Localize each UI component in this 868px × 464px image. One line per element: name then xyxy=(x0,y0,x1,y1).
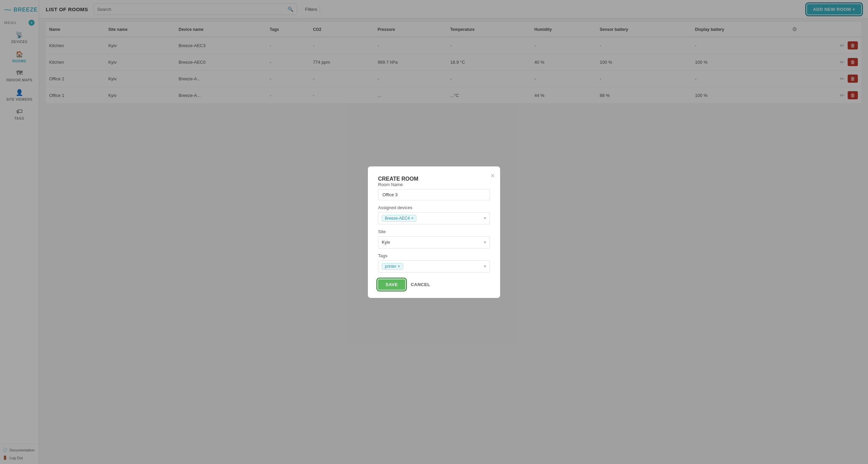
device-chip: Breeze-AEC4 × xyxy=(382,215,416,222)
tags-chevron: ▾ xyxy=(484,264,486,269)
device-chip-label: Breeze-AEC4 xyxy=(385,216,410,221)
site-chevron: ▾ xyxy=(484,240,486,245)
create-room-modal: CREATE ROOM × Room Name Assigned devices… xyxy=(368,166,500,298)
site-value: Kyiv xyxy=(382,240,390,245)
device-chip-remove[interactable]: × xyxy=(411,216,413,221)
tag-chip-remove[interactable]: × xyxy=(398,264,400,269)
room-name-field: Room Name xyxy=(378,182,490,200)
room-name-label: Room Name xyxy=(378,182,490,187)
tags-field: Tags printer × ▾ xyxy=(378,253,490,273)
assigned-devices-chevron: ▾ xyxy=(484,216,486,221)
modal-close-button[interactable]: × xyxy=(491,172,495,180)
save-button[interactable]: SAVE xyxy=(378,279,405,290)
tag-chip-label: printer xyxy=(385,264,396,269)
modal-overlay: CREATE ROOM × Room Name Assigned devices… xyxy=(0,0,868,464)
cancel-button[interactable]: CANCEL xyxy=(411,282,430,287)
site-label: Site xyxy=(378,229,490,234)
site-select[interactable]: Kyiv ▾ xyxy=(378,236,490,248)
room-name-input[interactable] xyxy=(378,189,490,200)
tags-label: Tags xyxy=(378,253,490,258)
assigned-devices-select[interactable]: Breeze-AEC4 × ▾ xyxy=(378,212,490,224)
modal-title: CREATE ROOM xyxy=(378,176,418,182)
site-field: Site Kyiv ▾ xyxy=(378,229,490,248)
modal-actions: SAVE CANCEL xyxy=(378,279,490,290)
tags-select[interactable]: printer × ▾ xyxy=(378,260,490,273)
tag-chip-printer: printer × xyxy=(382,263,403,270)
assigned-devices-field: Assigned devices Breeze-AEC4 × ▾ xyxy=(378,205,490,224)
assigned-devices-label: Assigned devices xyxy=(378,205,490,210)
